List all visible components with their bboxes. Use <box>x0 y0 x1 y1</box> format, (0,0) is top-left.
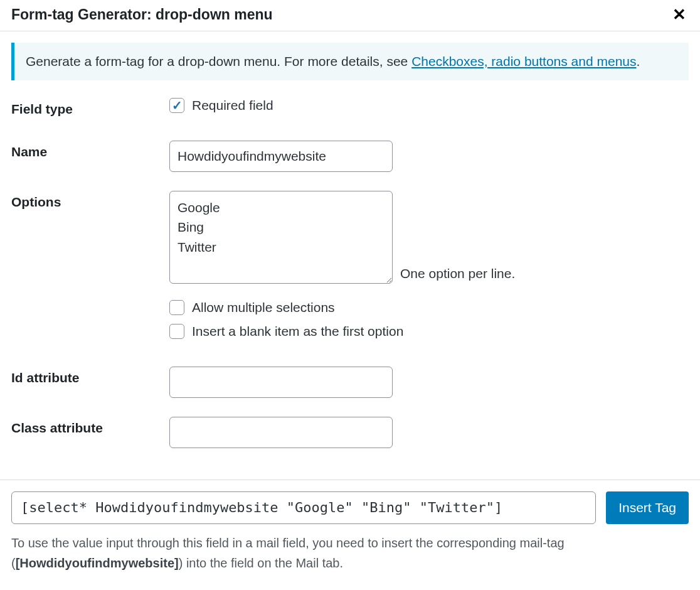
generated-tag-output[interactable] <box>11 491 596 524</box>
label-name: Name <box>11 141 169 159</box>
blank-first-checkbox[interactable] <box>169 324 184 339</box>
row-id-attribute: Id attribute <box>11 367 689 398</box>
form-body: Field type Required field Name Options O… <box>0 98 700 480</box>
label-id-attribute: Id attribute <box>11 367 169 385</box>
footer-note: To use the value input through this fiel… <box>11 533 689 573</box>
row-name: Name <box>11 141 689 172</box>
allow-multiple-checkbox[interactable] <box>169 300 184 315</box>
footer-note-mailtag: [Howdidyoufindmywebsite] <box>16 556 179 570</box>
required-label: Required field <box>192 98 273 113</box>
insert-tag-button[interactable]: Insert Tag <box>606 491 689 524</box>
dialog-footer: Insert Tag To use the value input throug… <box>0 480 700 581</box>
footer-note-part2: ) into the field on the Mail tab. <box>179 556 343 570</box>
row-options: Options One option per line. Allow multi… <box>11 191 689 348</box>
class-attribute-input[interactable] <box>169 417 393 448</box>
info-box: Generate a form-tag for a drop-down menu… <box>11 43 689 80</box>
label-class-attribute: Class attribute <box>11 417 169 436</box>
options-textarea[interactable] <box>169 191 393 284</box>
label-field-type: Field type <box>11 98 169 117</box>
info-period: . <box>637 54 640 68</box>
required-checkbox[interactable] <box>169 98 184 113</box>
label-options: Options <box>11 191 169 210</box>
options-hint: One option per line. <box>400 266 515 284</box>
blank-first-label: Insert a blank item as the first option <box>192 324 403 339</box>
row-field-type: Field type Required field <box>11 98 689 122</box>
dialog-header: Form-tag Generator: drop-down menu ✕ <box>0 0 700 31</box>
info-link[interactable]: Checkboxes, radio buttons and menus <box>411 54 636 68</box>
allow-multiple-label: Allow multiple selections <box>192 300 335 315</box>
name-input[interactable] <box>169 141 393 172</box>
info-text: Generate a form-tag for a drop-down menu… <box>26 54 411 68</box>
id-attribute-input[interactable] <box>169 367 393 398</box>
row-class-attribute: Class attribute <box>11 417 689 448</box>
close-icon[interactable]: ✕ <box>670 5 689 24</box>
dialog-title: Form-tag Generator: drop-down menu <box>11 6 273 23</box>
